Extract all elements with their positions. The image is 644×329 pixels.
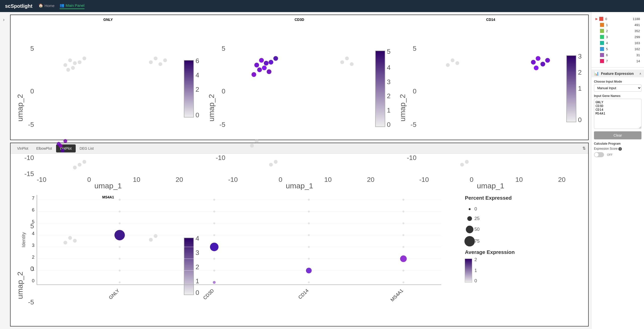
svg-rect-181 <box>465 259 472 282</box>
plot-cd14-title: CD14 <box>486 18 495 22</box>
svg-text:2: 2 <box>578 69 582 76</box>
svg-text:GNLY: GNLY <box>108 288 120 300</box>
cluster-number-1: 1 <box>606 23 634 27</box>
svg-point-151 <box>210 243 219 251</box>
svg-point-167 <box>403 246 405 248</box>
svg-point-150 <box>213 234 215 236</box>
clear-button[interactable]: Clear <box>594 131 641 139</box>
nav-main-panel[interactable]: 👥 Main Panel <box>60 3 84 9</box>
cluster-row-5[interactable]: 5 162 <box>594 46 641 52</box>
svg-point-16 <box>78 60 81 64</box>
svg-point-174 <box>467 216 472 221</box>
svg-point-78 <box>451 59 454 62</box>
svg-text:75: 75 <box>474 238 480 244</box>
info-icon[interactable]: i <box>618 147 622 151</box>
svg-text:2: 2 <box>387 92 391 100</box>
nav-home[interactable]: 🏠 Home <box>38 3 55 9</box>
svg-point-18 <box>149 60 153 64</box>
left-chevron[interactable]: › <box>0 12 8 329</box>
svg-point-140 <box>119 210 121 212</box>
gene-names-textarea[interactable]: GNLY CD3D CD14 MS4A1 <box>594 99 641 129</box>
svg-point-141 <box>119 222 121 224</box>
svg-text:1: 1 <box>32 266 34 271</box>
svg-point-17 <box>82 57 86 60</box>
svg-text:0: 0 <box>195 111 199 119</box>
svg-rect-29 <box>184 60 194 117</box>
svg-text:1: 1 <box>578 85 582 92</box>
svg-point-11 <box>63 63 67 67</box>
svg-point-23 <box>63 139 67 143</box>
svg-text:5: 5 <box>387 48 391 55</box>
cluster-row-7[interactable]: 7 14 <box>594 58 641 64</box>
svg-point-12 <box>68 59 72 62</box>
svg-point-164 <box>403 210 405 212</box>
cluster-number-6: 6 <box>606 53 636 57</box>
cluster-count-0: 1188 <box>633 17 640 21</box>
svg-point-139 <box>119 199 121 201</box>
svg-point-56 <box>250 144 254 148</box>
cluster-arrow-0: ▶ <box>595 17 598 21</box>
cluster-row-1[interactable]: 1 491 <box>594 22 641 28</box>
svg-point-55 <box>350 62 354 66</box>
right-sidebar: ▶ 0 1188 1 491 2 352 3 299 <box>591 12 644 329</box>
cluster-count-7: 14 <box>636 59 640 63</box>
svg-point-146 <box>119 282 121 284</box>
svg-point-79 <box>455 61 459 65</box>
svg-point-84 <box>534 66 539 70</box>
cluster-row-4[interactable]: 4 163 <box>594 40 641 46</box>
svg-text:CD14: CD14 <box>297 288 310 300</box>
center-content: GNLY umap_2 umap_1 5 0 -5 -10 -15 -10 <box>8 12 591 329</box>
svg-text:umap_2: umap_2 <box>16 94 24 121</box>
main-panel-icon: 👥 <box>60 3 64 8</box>
chevron-right-icon: › <box>3 17 5 22</box>
svg-text:5: 5 <box>30 45 34 52</box>
nav-main-panel-label: Main Panel <box>66 3 84 8</box>
calc-program-text: Calculate Program <box>594 142 621 145</box>
header: scSpotlight 🏠 Home 👥 Main Panel <box>0 0 644 12</box>
svg-text:-5: -5 <box>28 121 34 128</box>
svg-point-153 <box>213 269 215 271</box>
svg-text:5: 5 <box>222 45 225 52</box>
svg-rect-60 <box>375 51 385 127</box>
svg-point-54 <box>345 57 349 60</box>
bar-chart-icon: 📊 <box>594 71 599 76</box>
cluster-row-2[interactable]: 2 352 <box>594 28 641 34</box>
svg-text:6: 6 <box>32 207 34 212</box>
svg-text:3: 3 <box>387 78 391 86</box>
cluster-color-7 <box>600 59 604 63</box>
cluster-number-2: 2 <box>606 29 634 33</box>
svg-text:0: 0 <box>30 87 34 95</box>
svg-point-147 <box>213 199 215 201</box>
nav-home-label: Home <box>45 4 55 8</box>
brand-name: scSpotlight <box>5 3 32 9</box>
dotplot-svg: Identity 7 6 5 4 3 2 1 0 GNLY CD3D <box>16 156 583 323</box>
svg-text:umap_2: umap_2 <box>398 94 407 121</box>
svg-text:3: 3 <box>32 243 34 248</box>
svg-point-143 <box>119 246 121 248</box>
svg-text:0: 0 <box>32 278 34 283</box>
input-mode-select[interactable]: Manual Input File Upload <box>594 84 641 92</box>
svg-point-163 <box>403 199 405 201</box>
svg-point-157 <box>308 222 310 224</box>
bottom-panel: VlnPlot ElbowPlot DotPlot DEG List ⇅ Ide… <box>10 143 589 326</box>
feature-expression-header[interactable]: 📊 Feature Expression ∧ <box>591 70 644 77</box>
cluster-count-4: 163 <box>634 41 640 45</box>
svg-point-83 <box>545 58 550 63</box>
cluster-row-0[interactable]: ▶ 0 1188 <box>594 16 641 22</box>
svg-text:0: 0 <box>474 278 477 283</box>
svg-text:1: 1 <box>387 106 391 114</box>
cluster-row-3[interactable]: 3 299 <box>594 34 641 40</box>
svg-point-81 <box>536 56 541 61</box>
svg-text:0: 0 <box>578 116 582 124</box>
cluster-color-2 <box>600 29 604 33</box>
svg-point-51 <box>251 72 256 77</box>
svg-point-49 <box>269 60 273 65</box>
svg-text:1: 1 <box>474 268 477 273</box>
svg-point-45 <box>259 58 264 63</box>
cluster-row-6[interactable]: 6 31 <box>594 52 641 58</box>
cluster-count-3: 299 <box>634 35 640 39</box>
toggle-switch[interactable] <box>594 152 604 157</box>
cluster-color-1 <box>600 23 604 27</box>
svg-text:25: 25 <box>474 216 480 221</box>
svg-point-44 <box>254 63 259 68</box>
